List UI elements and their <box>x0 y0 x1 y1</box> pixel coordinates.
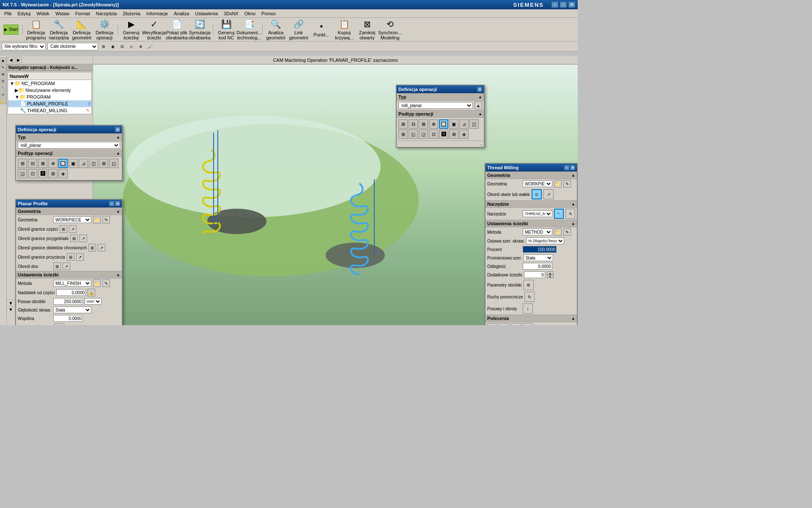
granice-przygotowki-btn[interactable]: ⊞ <box>70 235 78 242</box>
symulacja-btn[interactable]: 🔄 Symulacjaobrabiarka <box>189 19 211 41</box>
ustawienia-section-planar[interactable]: Ustawienia ścieżki ▲ <box>16 271 122 279</box>
metoda-btn2-thread[interactable]: ✎ <box>563 228 571 236</box>
subtype-13[interactable]: 🅰 <box>38 169 47 178</box>
granice-czesci-btn2[interactable]: ↗ <box>69 225 77 233</box>
main-subtype-2[interactable]: ⊟ <box>409 119 418 129</box>
typ-scroll-up[interactable]: ▲ <box>475 102 482 109</box>
analiza-geo-btn[interactable]: 🔍 Analizageometrii <box>265 19 287 41</box>
glebokos-select[interactable]: Stała <box>53 306 91 313</box>
main-subtype-1[interactable]: ⊞ <box>398 119 408 129</box>
main-subtype-4[interactable]: ⊕ <box>429 119 438 129</box>
def-main-close-btn[interactable]: ✕ <box>477 87 482 92</box>
typ-section-main[interactable]: Typ ▲ <box>397 93 484 101</box>
ruchy-btn-thread[interactable]: ↻ <box>524 292 535 302</box>
okresl-btn2-thread[interactable]: ↗ <box>543 189 554 199</box>
main-subtype-11[interactable]: ◲ <box>419 130 428 139</box>
procent-input-thread[interactable] <box>523 246 557 253</box>
menu-ustawienia[interactable]: Ustawienia <box>192 10 220 17</box>
nav-item-planar-profile[interactable]: 📄 PLANAR_PROFILE | <box>8 100 91 107</box>
geometria-section-planar[interactable]: Geometria ▲ <box>16 207 122 215</box>
zamknij-btn[interactable]: ⊠ Zamknijotwarty <box>356 19 378 41</box>
kopiuj-btn[interactable]: 📋 Kopiujkrzywą... <box>333 19 355 41</box>
pokaz-plik-btn[interactable]: 📄 Pokaz plikobrabiarka <box>166 19 188 41</box>
main-subtype-7[interactable]: ⊿ <box>459 119 469 129</box>
filter-btn2[interactable]: ◉ <box>109 43 117 50</box>
menu-informacje[interactable]: Informacje <box>144 10 170 17</box>
planar-min-btn[interactable]: − <box>109 201 114 206</box>
main-subtype-10[interactable]: ◱ <box>409 130 418 139</box>
okresl-dno-btn2[interactable]: ↗ <box>63 262 70 270</box>
geometria-select-thread[interactable]: WORKPIECE <box>523 180 552 187</box>
narzedzie-section-thread[interactable]: Narzędzie ▲ <box>486 200 577 208</box>
main-subtype-15[interactable]: ◈ <box>459 130 469 139</box>
generuj-sciezke-btn[interactable]: ▶ Generujścieżkę <box>120 19 142 41</box>
subtype-4[interactable]: ⊕ <box>48 159 58 168</box>
subtype-3[interactable]: ⊠ <box>38 159 47 168</box>
metoda-select-planar[interactable]: MILL_FINISH <box>53 280 91 287</box>
podtyp-section-main[interactable]: Podtyp operacji ▲ <box>397 110 484 118</box>
strip-icon-5[interactable]: 🔧 <box>0 85 6 91</box>
granice-przyciecia-btn2[interactable]: ↗ <box>76 253 84 261</box>
menu-zlozenia[interactable]: Złożenia <box>120 10 143 17</box>
okresl-btn1-thread[interactable]: ⊙ <box>532 189 542 199</box>
link-geo-btn[interactable]: 🔗 Linkgeometrii <box>288 19 310 41</box>
narzedzie-btn1-thread[interactable]: 🔧 <box>554 209 564 219</box>
granice-obiektow-btn2[interactable]: ↗ <box>98 244 105 251</box>
main-subtype-6[interactable]: ▣ <box>449 119 458 129</box>
subtype-5[interactable]: 🔲 <box>58 159 68 168</box>
def-operacji-btn[interactable]: ⚙️ Definicjaoperacji <box>93 19 115 41</box>
geometria-section-thread[interactable]: Geometria ▲ <box>486 171 577 179</box>
strip-icon-2[interactable]: ✎ <box>0 64 6 70</box>
planar-close-btn[interactable]: ✕ <box>115 201 120 206</box>
polecenia-btn4[interactable]: ⊠ <box>523 323 533 325</box>
filter-btn3[interactable]: ⊟ <box>118 43 126 50</box>
strip-icon-1[interactable]: ▶ <box>0 58 6 64</box>
metoda-btn1-thread[interactable]: 📁 <box>554 228 562 236</box>
filter-btn1[interactable]: ⊞ <box>100 43 107 50</box>
subtype-8[interactable]: ◫ <box>89 159 98 168</box>
main-subtype-13[interactable]: 🅰 <box>439 130 448 139</box>
nav-item-nc-program[interactable]: ▼ 📁 NC_PROGRAM <box>8 80 91 87</box>
subtype-15[interactable]: ◈ <box>58 169 68 178</box>
subtype-9[interactable]: ⊞ <box>99 159 108 168</box>
nav-back[interactable]: ◀ <box>8 57 14 63</box>
menu-wstaw[interactable]: Wstaw <box>53 10 72 17</box>
metoda-btn1[interactable]: 📁 <box>93 279 101 287</box>
synchron-btn[interactable]: ⟲ Synchron...Modeling <box>379 19 401 41</box>
generuj-kod-btn[interactable]: 💾 Generujkod NC <box>215 19 237 41</box>
menu-edytuj[interactable]: Edytuj <box>15 10 33 17</box>
geometria-select-planar[interactable]: WORKPIECE <box>53 216 91 223</box>
subtype-2[interactable]: ⊟ <box>28 159 37 168</box>
maximize-button[interactable]: □ <box>560 2 567 8</box>
polecenia-btn1[interactable]: ▶ <box>487 323 497 325</box>
strip-icon-6[interactable]: ⊙ <box>0 91 6 97</box>
menu-3dxnx[interactable]: 3DxNX <box>221 10 241 17</box>
nav-item-program[interactable]: ▼ 📁 PROGRAM <box>8 94 91 100</box>
thread-close-btn[interactable]: ✕ <box>570 165 575 170</box>
posuw-unit-select[interactable]: mm/m <box>85 298 102 305</box>
filter-btn4[interactable]: ▷ <box>128 43 135 50</box>
narzedzie-btn2-thread[interactable]: ✎ <box>565 209 575 219</box>
naddatek-input[interactable] <box>56 289 86 296</box>
subtype-12[interactable]: ⊡ <box>28 169 37 178</box>
main-subtype-8[interactable]: ◫ <box>469 119 479 129</box>
geometria-btn2-planar[interactable]: ✎ <box>102 216 110 224</box>
ustawienia-section-thread[interactable]: Ustawienia ścieżki ▲ <box>486 220 577 227</box>
strip-icon-7[interactable]: 📐 <box>0 98 6 104</box>
naddatek-lock-btn[interactable]: 🔒 <box>88 289 95 296</box>
menu-plik[interactable]: Plik <box>2 10 14 17</box>
subtype-6[interactable]: ▣ <box>69 159 78 168</box>
strip-icon-3[interactable]: ⊞ <box>0 71 6 77</box>
punkt-btn[interactable]: • Punkt... <box>310 19 332 41</box>
polecenia-section-thread[interactable]: Polecenia ▲ <box>486 315 577 322</box>
narzedzie-select-thread[interactable]: THREAD_MILL (Ti <box>523 210 552 217</box>
wspolna-input[interactable] <box>53 315 83 322</box>
metoda-select-thread[interactable]: METHOD <box>523 229 552 235</box>
nav-item-nieuzywane[interactable]: ▶ 📁 Nieużywane elementy <box>8 87 91 94</box>
parametry-btn-planar[interactable]: ⚙ <box>54 323 64 325</box>
podtyp-section-small[interactable]: Podtyp operacji ▲ <box>16 149 122 157</box>
osiowa-select-thread[interactable]: % Długości frezu <box>526 237 564 244</box>
weryfikacja-btn[interactable]: ✓ Weryfikacjaścieżki <box>143 19 165 41</box>
assembly-select[interactable]: Całe złożenie <box>47 43 98 50</box>
granice-czesci-btn1[interactable]: ⊞ <box>60 225 67 233</box>
